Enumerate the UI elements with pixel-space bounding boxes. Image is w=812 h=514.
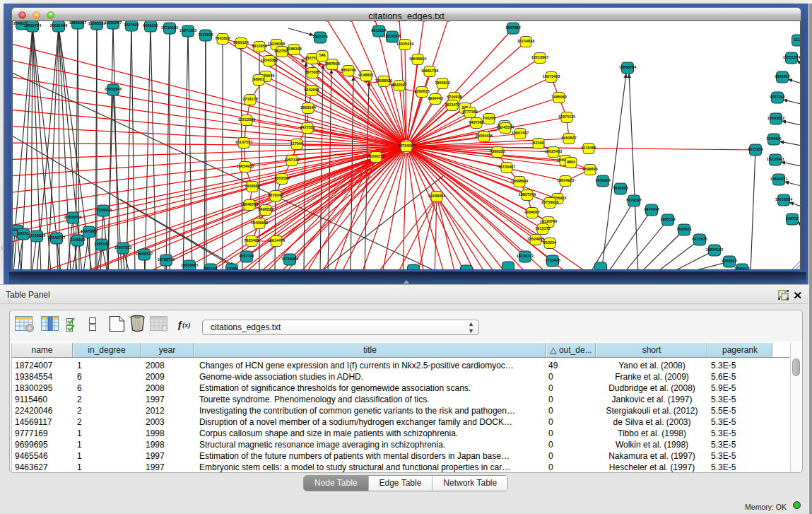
svg-text:2935114: 2935114 <box>660 217 676 221</box>
svg-text:7632621: 7632621 <box>676 227 691 231</box>
svg-text:20053346: 20053346 <box>105 87 122 91</box>
svg-text:15716485: 15716485 <box>281 257 298 261</box>
svg-text:9353594: 9353594 <box>274 176 290 180</box>
svg-text:5938923: 5938923 <box>613 186 628 190</box>
svg-text:13588520: 13588520 <box>375 78 392 83</box>
svg-text:13226058: 13226058 <box>268 42 285 46</box>
svg-text:9146821: 9146821 <box>358 73 373 77</box>
svg-text:(x): (x) <box>182 321 191 329</box>
svg-text:7955812: 7955812 <box>435 81 449 85</box>
svg-text:5498222: 5498222 <box>258 207 273 211</box>
svg-text:19565519: 19565519 <box>88 21 105 25</box>
svg-text:5875685: 5875685 <box>305 70 319 74</box>
svg-text:2867682: 2867682 <box>505 25 520 30</box>
svg-text:8660124: 8660124 <box>233 40 249 45</box>
svg-text:9463627: 9463627 <box>561 136 576 140</box>
svg-text:6497568: 6497568 <box>469 120 483 124</box>
svg-text:19654935: 19654935 <box>237 164 254 168</box>
svg-text:10025433: 10025433 <box>545 149 562 153</box>
svg-text:10543382: 10543382 <box>261 58 278 62</box>
svg-text:10553267: 10553267 <box>105 21 122 25</box>
svg-text:9115460: 9115460 <box>581 146 596 150</box>
svg-text:6879197: 6879197 <box>626 198 641 202</box>
svg-text:18807249: 18807249 <box>519 192 536 197</box>
svg-text:12213967: 12213967 <box>531 55 548 59</box>
svg-text:1145193: 1145193 <box>70 238 85 242</box>
svg-text:8912954: 8912954 <box>252 44 267 48</box>
svg-text:746266: 746266 <box>483 116 495 120</box>
svg-text:1916682: 1916682 <box>245 184 259 188</box>
svg-text:15692971: 15692971 <box>770 177 787 181</box>
svg-text:13325419: 13325419 <box>396 42 413 46</box>
svg-text:1621072: 1621072 <box>445 103 459 107</box>
svg-text:15720407: 15720407 <box>498 165 515 169</box>
svg-text:98901: 98901 <box>253 77 264 81</box>
svg-text:9084067: 9084067 <box>524 210 539 214</box>
svg-text:9777169: 9777169 <box>462 110 477 114</box>
svg-text:12923445: 12923445 <box>181 263 198 267</box>
svg-text:12975115: 12975115 <box>558 115 575 119</box>
svg-text:7515526: 7515526 <box>198 33 213 37</box>
svg-text:9329966: 9329966 <box>775 74 789 78</box>
svg-text:9245612: 9245612 <box>722 259 736 263</box>
svg-text:10654122: 10654122 <box>706 247 723 252</box>
svg-text:1527602: 1527602 <box>124 23 139 27</box>
svg-text:7663822: 7663822 <box>215 36 230 40</box>
svg-text:14136141: 14136141 <box>517 254 534 258</box>
svg-text:7625402: 7625402 <box>244 238 259 243</box>
svg-text:2718176: 2718176 <box>242 97 257 101</box>
svg-text:16648784: 16648784 <box>619 65 637 69</box>
svg-text:14055724: 14055724 <box>24 23 42 28</box>
svg-text:15751074: 15751074 <box>783 55 801 59</box>
svg-text:8990443: 8990443 <box>428 96 442 100</box>
svg-text:1362615: 1362615 <box>414 89 429 93</box>
svg-text:1733426: 1733426 <box>545 258 560 262</box>
svg-text:20091406: 20091406 <box>50 23 67 28</box>
svg-text:9474444: 9474444 <box>644 207 659 211</box>
svg-text:10961758: 10961758 <box>421 69 438 73</box>
svg-text:8215958: 8215958 <box>748 147 763 151</box>
svg-text:16914479: 16914479 <box>268 238 285 243</box>
svg-text:9657791: 9657791 <box>239 254 254 258</box>
svg-text:17016504: 17016504 <box>775 197 793 201</box>
svg-text:6466160: 6466160 <box>143 23 158 28</box>
svg-text:116753: 116753 <box>786 216 799 221</box>
svg-text:10958127: 10958127 <box>136 252 153 256</box>
svg-text:16245534: 16245534 <box>497 125 514 129</box>
svg-text:10688609: 10688609 <box>511 179 528 183</box>
svg-text:12156829: 12156829 <box>28 233 45 238</box>
svg-text:16046798: 16046798 <box>241 202 258 206</box>
svg-text:8822037: 8822037 <box>392 83 406 87</box>
svg-text:17359924: 17359924 <box>95 208 112 212</box>
svg-text:7386322: 7386322 <box>490 149 505 153</box>
svg-text:2867608: 2867608 <box>324 62 339 66</box>
svg-text:13654923: 13654923 <box>557 178 574 182</box>
svg-text:10973493: 10973493 <box>543 74 560 78</box>
svg-text:25300272: 25300272 <box>367 154 384 158</box>
svg-text:16107553: 16107553 <box>235 140 252 144</box>
svg-text:1640954: 1640954 <box>595 178 611 182</box>
svg-text:16671355: 16671355 <box>180 28 196 33</box>
svg-text:8186328: 8186328 <box>286 47 301 51</box>
svg-text:39151: 39151 <box>18 231 28 235</box>
svg-text:20364436: 20364436 <box>476 134 493 138</box>
svg-text:660124: 660124 <box>204 267 218 270</box>
svg-text:10719185: 10719185 <box>161 25 178 30</box>
svg-text:12093822: 12093822 <box>767 116 784 120</box>
svg-text:8471676: 8471676 <box>692 237 707 241</box>
svg-text:8242848: 8242848 <box>304 88 319 92</box>
svg-text:17957253: 17957253 <box>114 245 131 250</box>
svg-text:18724007: 18724007 <box>398 144 415 148</box>
svg-text:7485063: 7485063 <box>551 95 566 99</box>
svg-text:2803144: 2803144 <box>300 105 316 110</box>
svg-text:16640910: 16640910 <box>409 57 426 61</box>
svg-text:6794028: 6794028 <box>447 95 461 99</box>
svg-text:20206536: 20206536 <box>64 215 81 219</box>
svg-text:16154838: 16154838 <box>517 39 534 43</box>
svg-text:12342737: 12342737 <box>48 235 65 240</box>
svg-text:8454749: 8454749 <box>341 68 355 72</box>
svg-text:1615172: 1615172 <box>535 226 550 230</box>
svg-text:10807487: 10807487 <box>512 131 529 135</box>
svg-text:12358: 12358 <box>226 267 237 270</box>
svg-text:7357274: 7357274 <box>312 35 328 39</box>
